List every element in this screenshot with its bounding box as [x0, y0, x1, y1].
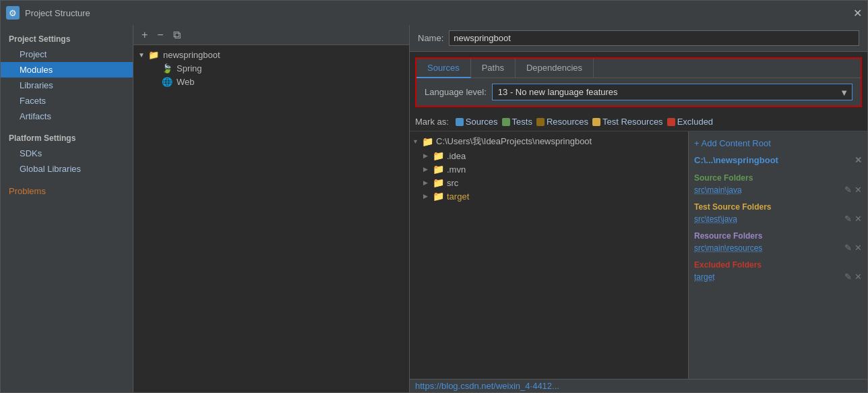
right-panel: Name: Sources Paths Dependencies Languag…	[410, 25, 867, 392]
excluded-dot	[667, 118, 675, 126]
sidebar-item-facets[interactable]: Facets	[1, 93, 133, 109]
mark-sources-badge[interactable]: Sources	[456, 117, 498, 127]
source-folder-item: src\main\java ✎ ✕	[694, 184, 862, 195]
source-folders-title: Source Folders	[694, 173, 862, 183]
project-structure-window: ⚙ Project Structure ✕ Project Settings P…	[0, 0, 868, 393]
resource-folder-edit[interactable]: ✎	[844, 243, 852, 253]
test-source-folder-item: src\test\java ✎ ✕	[694, 213, 862, 224]
platform-settings-title: Platform Settings	[1, 129, 133, 146]
test-source-folder-edit[interactable]: ✎	[844, 214, 852, 224]
file-label-src: src	[447, 178, 458, 188]
sidebar-item-artifacts[interactable]: Artifacts	[1, 109, 133, 124]
excluded-folder-item: target ✎ ✕	[694, 271, 862, 282]
excluded-folders-title: Excluded Folders	[694, 260, 862, 270]
sidebar: Project Settings Project Modules Librari…	[1, 25, 133, 392]
language-select[interactable]: 13 - No new language features 11 - Local…	[492, 84, 852, 100]
resources-badge-label: Resources	[547, 117, 588, 127]
sources-badge-label: Sources	[466, 117, 498, 127]
file-node-src[interactable]: ▶ 📁 src	[410, 176, 688, 189]
file-node-mvn[interactable]: ▶ 📁 .mvn	[410, 162, 688, 176]
spring-icon: 🍃	[160, 63, 174, 73]
file-node-idea[interactable]: ▶ 📁 .idea	[410, 149, 688, 162]
mvn-folder-icon: 📁	[433, 164, 444, 175]
src-folder-icon: 📁	[433, 177, 444, 188]
mark-test-resources-badge[interactable]: Test Resources	[592, 117, 663, 127]
excluded-badge-label: Excluded	[677, 117, 713, 127]
sidebar-item-project[interactable]: Project	[1, 47, 133, 62]
resource-folder-actions: ✎ ✕	[844, 243, 862, 253]
mark-excluded-badge[interactable]: Excluded	[667, 117, 713, 127]
sidebar-item-sdks[interactable]: SDKs	[1, 146, 133, 161]
file-node-root[interactable]: ▼ 📁 C:\Users\我\IdeaProjects\newspringboo…	[410, 134, 688, 149]
source-folder-edit[interactable]: ✎	[844, 185, 852, 195]
tab-paths[interactable]: Paths	[471, 59, 516, 78]
add-content-root-button[interactable]: + Add Content Root	[694, 135, 862, 151]
source-folder-delete[interactable]: ✕	[855, 185, 862, 195]
sidebar-item-modules[interactable]: Modules	[1, 62, 133, 78]
file-label-idea: .idea	[447, 151, 466, 161]
module-tree-panel: + − ⧉ ▼ 📁 newspringboot 🍃 Spring 🌐	[133, 25, 410, 392]
language-select-wrapper: 13 - No new language features 11 - Local…	[492, 84, 852, 100]
tree-label-spring: Spring	[177, 63, 202, 73]
file-tree: ▼ 📁 C:\Users\我\IdeaProjects\newspringboo…	[410, 131, 689, 379]
excluded-folder-actions: ✎ ✕	[844, 272, 862, 282]
info-sidebar: + Add Content Root C:\...\newspringboot …	[689, 131, 867, 379]
module-tree: ▼ 📁 newspringboot 🍃 Spring 🌐 Web	[133, 45, 409, 392]
test-source-folders-title: Test Source Folders	[694, 202, 862, 212]
excluded-folder-edit[interactable]: ✎	[844, 272, 852, 282]
window-title: Project Structure	[25, 8, 853, 18]
tabs-row: Sources Paths Dependencies	[416, 59, 861, 78]
file-arrow-idea: ▶	[423, 152, 433, 159]
file-arrow-target: ▶	[423, 193, 433, 200]
resource-folder-item: src\main\resources ✎ ✕	[694, 242, 862, 253]
file-node-target[interactable]: ▶ 📁 target	[410, 189, 688, 203]
tree-label-root: newspringboot	[163, 50, 220, 60]
web-icon: 🌐	[160, 76, 174, 87]
project-settings-title: Project Settings	[1, 30, 133, 47]
test-source-folder-actions: ✎ ✕	[844, 214, 862, 224]
remove-button[interactable]: −	[154, 28, 166, 42]
mark-resources-badge[interactable]: Resources	[536, 117, 588, 127]
mark-tests-badge[interactable]: Tests	[502, 117, 532, 127]
bottom-split: ▼ 📁 C:\Users\我\IdeaProjects\newspringboo…	[410, 131, 867, 379]
statusbar: https://blog.csdn.net/weixin_4·4412...	[410, 379, 867, 392]
statusbar-text: https://blog.csdn.net/weixin_4·4412...	[415, 381, 559, 391]
titlebar: ⚙ Project Structure ✕	[1, 1, 867, 25]
excluded-folder-path: target	[694, 272, 844, 282]
sidebar-item-global-libraries[interactable]: Global Libraries	[1, 161, 133, 177]
resource-folder-delete[interactable]: ✕	[855, 243, 862, 253]
close-button[interactable]: ✕	[853, 7, 862, 20]
root-folder-icon: 📁	[422, 136, 433, 147]
info-close-button[interactable]: ✕	[855, 155, 862, 165]
name-label: Name:	[418, 33, 443, 43]
resource-folders-title: Resource Folders	[694, 231, 862, 241]
source-folder-actions: ✎ ✕	[844, 185, 862, 195]
test-resources-dot	[592, 118, 600, 126]
file-arrow-root: ▼	[412, 138, 422, 145]
file-label-target: target	[447, 191, 469, 202]
target-folder-icon: 📁	[433, 191, 444, 202]
tabs-area: Sources Paths Dependencies Language leve…	[415, 57, 862, 107]
tab-sources[interactable]: Sources	[416, 59, 471, 78]
excluded-folder-delete[interactable]: ✕	[855, 272, 862, 282]
tests-badge-label: Tests	[512, 117, 532, 127]
add-button[interactable]: +	[139, 28, 150, 42]
name-input[interactable]	[449, 30, 859, 46]
sidebar-item-libraries[interactable]: Libraries	[1, 78, 133, 93]
resource-folder-path: src\main\resources	[694, 243, 844, 253]
sidebar-item-problems[interactable]: Problems	[1, 182, 133, 200]
resources-dot	[536, 118, 545, 126]
name-bar: Name:	[410, 25, 867, 52]
mark-as-label: Mark as:	[415, 117, 449, 127]
language-level-label: Language level:	[425, 87, 487, 97]
test-source-folder-delete[interactable]: ✕	[855, 214, 862, 224]
file-label-root: C:\Users\我\IdeaProjects\newspringboot	[436, 135, 592, 148]
file-label-mvn: .mvn	[447, 164, 466, 175]
tab-dependencies[interactable]: Dependencies	[516, 59, 594, 78]
tree-node-root[interactable]: ▼ 📁 newspringboot	[133, 48, 409, 61]
copy-button[interactable]: ⧉	[170, 28, 183, 42]
tree-node-spring[interactable]: 🍃 Spring	[133, 61, 409, 75]
folder-icon: 📁	[147, 49, 160, 60]
tree-node-web[interactable]: 🌐 Web	[133, 75, 409, 88]
tests-dot	[502, 118, 510, 126]
